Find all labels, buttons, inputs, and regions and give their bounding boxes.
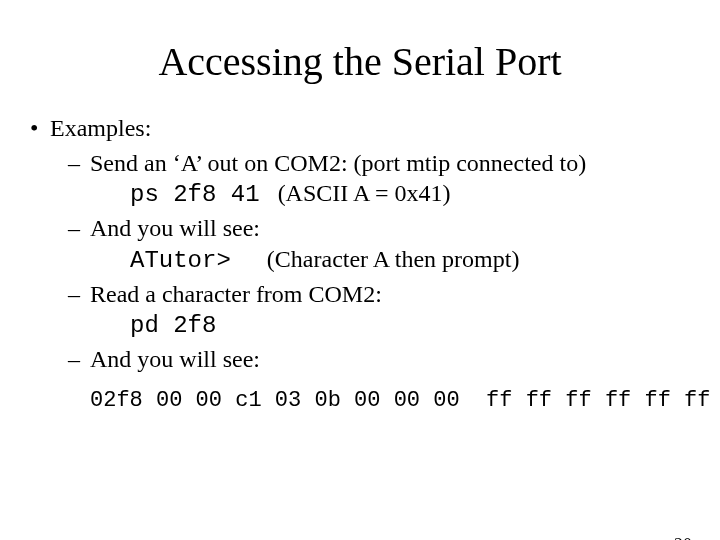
sub-bullet-read: Read a character from COM2: pd 2f8 — [68, 279, 700, 342]
sub-code-1: ATutor> — [130, 247, 231, 274]
slide-title: Accessing the Serial Port — [0, 38, 720, 85]
hex-output: 02f8 00 00 c1 03 0b 00 00 00 ff ff ff ff… — [90, 387, 700, 415]
bullet-main-text: Examples: — [50, 115, 151, 141]
slide: Accessing the Serial Port Examples: Send… — [0, 38, 720, 540]
sub-indent-0: ps 2f8 41 (ASCII A = 0x41) — [130, 178, 700, 211]
sub-code-2: pd 2f8 — [130, 312, 216, 339]
sub-note-0: (ASCII A = 0x41) — [278, 180, 451, 206]
slide-body: Examples: Send an ‘A’ out on COM2: (port… — [28, 113, 700, 415]
bullet-list-level1: Examples: Send an ‘A’ out on COM2: (port… — [28, 113, 700, 375]
bullet-examples: Examples: Send an ‘A’ out on COM2: (port… — [28, 113, 700, 375]
sub-note-1: (Character A then prompt) — [267, 246, 520, 272]
sub-bullet-see1: And you will see: ATutor> (Character A t… — [68, 213, 700, 276]
sub-code-0: ps 2f8 41 — [130, 181, 260, 208]
bullet-list-level2: Send an ‘A’ out on COM2: (port mtip conn… — [68, 148, 700, 375]
page-number: 20 — [674, 535, 692, 540]
sub-indent-2: pd 2f8 — [130, 309, 700, 342]
sub-lead-1: And you will see: — [90, 215, 260, 241]
sub-lead-3: And you will see: — [90, 346, 260, 372]
sub-lead-0: Send an ‘A’ out on COM2: (port mtip conn… — [90, 150, 586, 176]
sub-bullet-send: Send an ‘A’ out on COM2: (port mtip conn… — [68, 148, 700, 211]
sub-lead-2: Read a character from COM2: — [90, 281, 382, 307]
sub-bullet-see2: And you will see: — [68, 344, 700, 375]
sub-indent-1: ATutor> (Character A then prompt) — [130, 244, 700, 277]
